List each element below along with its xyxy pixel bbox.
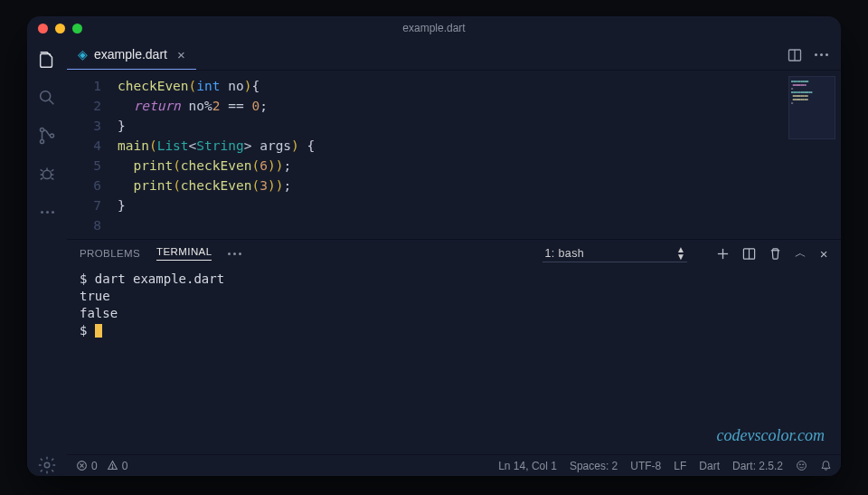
new-terminal-icon[interactable]: [716, 247, 730, 261]
tab-bar: ◈ example.dart ×: [67, 40, 841, 71]
svg-point-20: [803, 464, 804, 465]
status-sdk[interactable]: Dart: 2.5.2: [732, 460, 783, 472]
svg-line-1: [49, 100, 53, 104]
status-cursor-position[interactable]: Ln 14, Col 1: [498, 460, 557, 472]
editor-actions: [788, 40, 841, 70]
svg-point-18: [797, 462, 807, 471]
editor-more-icon[interactable]: [815, 53, 828, 56]
status-errors[interactable]: 0: [76, 460, 98, 472]
status-language[interactable]: Dart: [699, 460, 720, 472]
main-area: ◈ example.dart × 1 2 3: [67, 40, 841, 476]
status-feedback-icon[interactable]: [796, 460, 807, 471]
terminal-cursor: [95, 324, 102, 338]
panel-tab-problems[interactable]: PROBLEMS: [80, 248, 140, 259]
tab-label: example.dart: [94, 47, 167, 62]
svg-point-0: [41, 91, 51, 101]
svg-point-17: [112, 468, 113, 469]
source-control-icon[interactable]: [36, 125, 58, 147]
updown-icon: ▲▼: [676, 246, 685, 261]
maximize-panel-icon[interactable]: ︿: [795, 245, 807, 262]
status-eol[interactable]: LF: [674, 460, 686, 472]
activity-bar: [27, 40, 67, 476]
search-icon[interactable]: [36, 87, 58, 109]
terminal-selector-label: 1: bash: [544, 247, 584, 260]
close-panel-icon[interactable]: ×: [820, 246, 828, 262]
settings-gear-icon[interactable]: [36, 454, 58, 476]
editor-window: example.dart: [27, 16, 841, 476]
tab-close-icon[interactable]: ×: [177, 47, 185, 62]
tab-example-dart[interactable]: ◈ example.dart ×: [67, 40, 196, 70]
svg-point-2: [40, 129, 43, 132]
panel-more-icon[interactable]: [228, 252, 241, 255]
line-gutter: 1 2 3 4 5 6 7 8: [67, 76, 118, 235]
status-warnings[interactable]: 0: [107, 460, 128, 472]
svg-point-6: [44, 462, 50, 468]
status-bell-icon[interactable]: [820, 460, 832, 471]
watermark: codevscolor.com: [717, 426, 825, 445]
window-title: example.dart: [27, 22, 841, 34]
terminal-selector[interactable]: 1: bash ▲▼: [542, 245, 687, 262]
svg-point-3: [40, 139, 43, 143]
split-terminal-icon[interactable]: [742, 247, 756, 261]
panel: PROBLEMS TERMINAL 1: bash ▲▼: [67, 239, 841, 454]
svg-point-19: [799, 464, 800, 465]
svg-point-5: [42, 170, 51, 178]
kill-terminal-icon[interactable]: [769, 247, 782, 261]
svg-point-4: [50, 134, 53, 138]
debug-icon[interactable]: [36, 163, 58, 185]
editor[interactable]: 1 2 3 4 5 6 7 8 checkEven(int no){ retur…: [67, 71, 841, 239]
split-editor-icon[interactable]: [788, 48, 802, 62]
titlebar: example.dart: [27, 16, 841, 40]
minimap[interactable]: ▄▄▄▄▄▄▄▄▄ ▄▄▄▄▄▄▄ ▄ ▄▄▄▄▄▄▄▄▄▄▄ ▄▄▄▄▄▄▄▄…: [788, 76, 835, 139]
panel-tabs: PROBLEMS TERMINAL 1: bash ▲▼: [67, 240, 841, 267]
status-encoding[interactable]: UTF-8: [630, 460, 661, 472]
status-indentation[interactable]: Spaces: 2: [570, 460, 618, 472]
code-content[interactable]: checkEven(int no){ return no%2 == 0; } m…: [118, 76, 841, 235]
status-bar: 0 0 Ln 14, Col 1 Spaces: 2 UTF-8 LF Dart…: [67, 454, 841, 476]
more-icon[interactable]: [36, 201, 58, 223]
panel-tab-terminal[interactable]: TERMINAL: [156, 246, 212, 261]
dart-file-icon: ◈: [78, 47, 88, 62]
explorer-icon[interactable]: [36, 49, 58, 71]
